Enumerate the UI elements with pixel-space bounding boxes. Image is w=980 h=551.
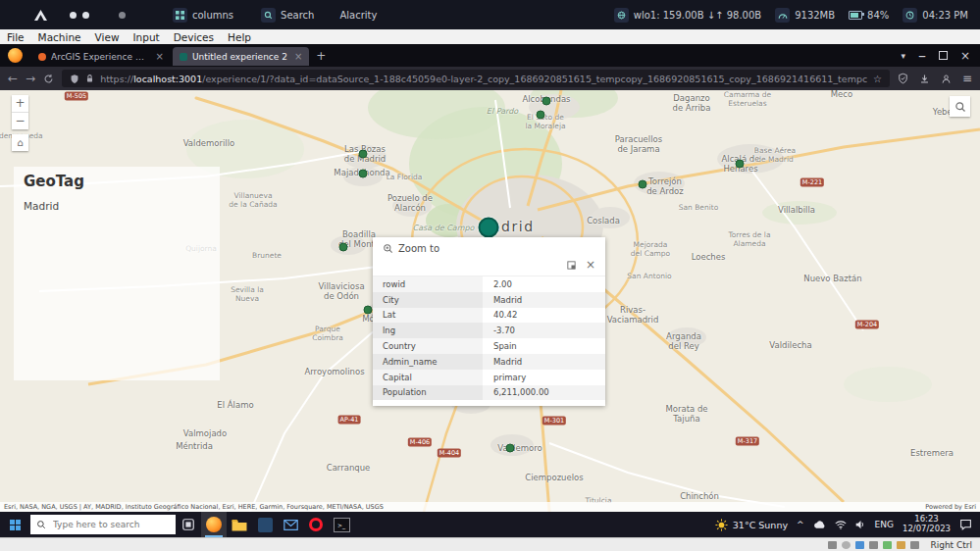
screen: columns Search Alacrity wlo1: 159.00B ↓↑… [0,0,980,551]
bookmark-star-icon[interactable]: ☆ [873,74,882,84]
road-shield: M-404 [438,449,461,458]
layout-widget[interactable]: columns [173,8,233,23]
data-point[interactable] [359,170,368,178]
tab-close-icon[interactable]: × [294,51,302,62]
dock-popup-icon[interactable] [567,261,576,270]
tab-close-icon[interactable]: × [156,51,164,62]
data-point[interactable] [537,111,545,120]
map-attribution: Esri, NASA, NGA, USGS | AY, MADRID, Inst… [0,502,980,512]
taskbar-search[interactable] [30,515,176,534]
attribute-row: Capital primary [373,370,605,385]
notification-center-icon[interactable] [959,519,972,530]
task-view-button[interactable] [176,512,201,537]
map-place-label: Chinchón [680,492,719,502]
speaker-icon[interactable] [855,520,866,529]
data-point[interactable] [339,243,348,252]
vm-menu-item[interactable]: Input [126,31,166,43]
vbox-network-icon[interactable] [855,541,864,549]
back-button[interactable]: ← [8,73,18,84]
attribute-label: City [373,292,483,308]
vbox-sharedfolder-icon[interactable] [883,541,892,549]
taskbar-opera-icon[interactable] [303,512,329,537]
workspace-dot-2[interactable] [82,12,89,19]
browser-nav-bar: ← → https://localhost:3001/experience/1/… [0,67,980,90]
taskbar-mail-icon[interactable] [278,512,303,537]
map-canvas[interactable]: AlcobendasEl PardoEl Soto de la Moraleja… [0,90,980,512]
attribute-row: Lat 40.42 [373,308,605,324]
zoom-in-button[interactable]: + [12,95,28,113]
attribute-row: City Madrid [373,292,605,308]
protections-shield-icon[interactable] [898,73,908,84]
tab-label: Untitled experience 2 [192,52,287,62]
home-button[interactable]: ⌂ [12,134,28,151]
start-button[interactable] [10,520,21,530]
forward-button[interactable]: → [26,73,35,84]
vbox-hdd-icon[interactable] [828,541,837,549]
new-tab-button[interactable]: + [316,49,326,63]
close-button[interactable]: × [960,49,970,63]
minimize-button[interactable]: – [918,46,926,65]
url-bar[interactable]: https://localhost:3001/experience/1/?dat… [62,70,890,87]
browser-tab-bar: ArcGIS Experience Builder × Untitled exp… [0,44,980,67]
wm-logo-icon [33,9,48,22]
vm-menu-item[interactable]: Help [221,31,258,43]
gauge-icon [775,8,790,23]
lock-icon[interactable] [85,74,94,83]
taskbar-search-input[interactable] [51,519,163,530]
vbox-display-icon[interactable] [897,541,905,549]
data-point[interactable] [364,306,373,315]
vm-menu-item[interactable]: Machine [31,31,88,43]
vbox-mouse-icon[interactable] [910,541,919,549]
vbox-usb-icon[interactable] [869,541,878,549]
onedrive-cloud-icon[interactable] [813,521,826,529]
firefox-icon[interactable] [8,48,23,63]
data-point[interactable] [542,97,551,106]
data-point[interactable] [639,180,647,189]
download-icon[interactable] [919,74,930,84]
map-place-label: Méntrida [176,442,213,452]
vm-menu-item[interactable]: View [88,31,127,43]
selected-feature-marker[interactable] [479,218,499,238]
map-place-label: El Soto de la Moraleja [525,114,565,130]
weather-widget[interactable]: 31°C Sunny [715,519,788,531]
data-point[interactable] [736,160,745,169]
vm-menu-item[interactable]: File [0,31,31,43]
map-place-label: Parque Coimbra [312,326,343,342]
taskbar-app-icon[interactable] [252,512,278,537]
map-search-button[interactable] [950,96,970,117]
attribute-value: 2.00 [483,276,605,292]
language-indicator[interactable]: ENG [875,520,894,529]
zoom-out-button[interactable]: − [12,113,28,129]
map-place-label: Paracuellos de Jarama [615,135,662,155]
list-tabs-icon[interactable]: ▾ [901,51,905,61]
tray-expand-icon[interactable]: ^ [797,520,804,529]
url-text: https://localhost:3001/experience/1/?dat… [100,74,867,84]
arcgis-favicon [38,53,46,61]
maximize-button[interactable] [939,51,948,60]
tab-label: ArcGIS Experience Builder [51,52,149,62]
search-icon [36,520,46,529]
tab-untitled-experience[interactable]: Untitled experience 2 × [173,47,309,66]
vm-menu-item[interactable]: Devices [167,31,221,43]
zoom-to-button[interactable]: Zoom to [383,243,595,254]
taskbar-explorer-icon[interactable] [227,512,252,537]
data-point[interactable] [506,444,515,453]
statusbar-search[interactable]: Search [261,8,314,23]
tab-arcgis-builder[interactable]: ArcGIS Experience Builder × [31,47,171,66]
map-place-label: Coslada [587,217,620,226]
shield-icon[interactable] [70,74,79,84]
road-shield: AP-41 [338,416,361,425]
close-popup-icon[interactable]: × [586,259,595,271]
menu-hamburger-icon[interactable]: ≡ [962,72,972,85]
workspace-dot-1[interactable] [70,12,77,19]
workspace-dot-3[interactable] [119,12,126,19]
clock-value: 04:23 PM [922,10,968,21]
reload-button[interactable] [43,74,54,84]
vbox-cd-icon[interactable] [842,541,851,549]
wifi-icon[interactable] [835,521,847,529]
data-point[interactable] [359,150,368,159]
account-icon[interactable] [941,74,952,84]
taskbar-terminal-icon[interactable]: >_ [329,512,354,537]
taskbar-clock[interactable]: 16:23 12/07/2023 [903,515,951,534]
taskbar-firefox-icon[interactable] [201,512,227,537]
